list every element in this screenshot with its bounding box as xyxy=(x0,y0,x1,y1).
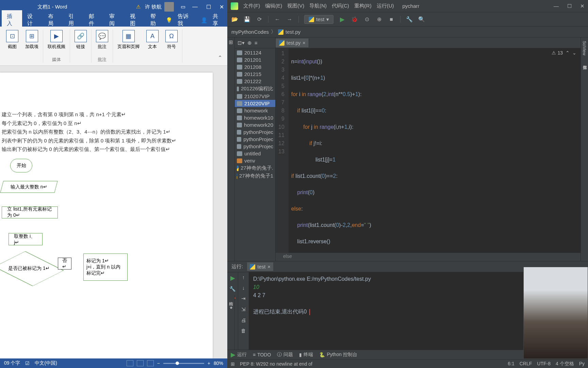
refresh-icon[interactable]: ⟳ xyxy=(256,16,263,23)
tree-item[interactable]: 201124 xyxy=(235,49,275,56)
text-button[interactable]: A文本 xyxy=(145,29,160,63)
tree-item[interactable]: 201215 xyxy=(235,71,275,78)
close-button[interactable]: ✕ xyxy=(580,3,585,9)
structure-tool[interactable]: 结构 xyxy=(228,297,234,300)
zoom-level[interactable]: 80% xyxy=(214,361,223,366)
back-icon[interactable]: ← xyxy=(274,16,281,23)
zoom-slider[interactable] xyxy=(163,363,204,364)
screenshot-button[interactable]: ⊡截图 xyxy=(4,29,20,63)
project-dropdown-icon[interactable]: ⊡▾ xyxy=(238,40,245,46)
menu-refactor[interactable]: 重构(R) xyxy=(354,3,372,9)
project-tool-icon[interactable]: ⊞ xyxy=(229,39,233,45)
run-config-selector[interactable]: test ▾ xyxy=(304,15,333,24)
collapse-icon[interactable]: ≡ xyxy=(255,40,258,46)
tree-item[interactable]: homework20 xyxy=(235,121,275,128)
interpreter-info[interactable]: Py xyxy=(579,361,585,367)
addins-button[interactable]: ⊞加载项 xyxy=(23,29,40,63)
tree-item[interactable]: 27神奇的兔子1 xyxy=(235,172,275,180)
coverage-icon[interactable]: ⊙ xyxy=(363,16,370,23)
tree-item[interactable]: 210220VIP xyxy=(235,100,275,107)
terminal-tool-button[interactable]: ▮ 终端 xyxy=(299,352,313,358)
favorites-tool[interactable]: ★ xyxy=(229,304,233,312)
python-console-button[interactable]: 🐍 Python 控制台 xyxy=(319,352,357,358)
minimize-button[interactable]: — xyxy=(192,4,198,10)
settings-icon[interactable]: 🔧 xyxy=(406,16,413,23)
open-icon[interactable]: 📂 xyxy=(231,16,238,23)
tree-item[interactable]: venv xyxy=(235,157,275,164)
trash-icon[interactable]: 🗑 xyxy=(241,328,246,334)
word-page[interactable]: 建立一个列表，含有第 0 项到第 n 项，共 n+1 个元素↵ 每个元素记为 0… xyxy=(0,73,213,358)
zoom-in-button[interactable]: + xyxy=(208,361,210,366)
tree-item[interactable]: homework xyxy=(235,107,275,114)
minimize-button[interactable]: — xyxy=(554,3,559,9)
breadcrumb-file[interactable]: test.py xyxy=(285,29,300,35)
print-layout-icon[interactable] xyxy=(137,360,144,366)
editor-tab[interactable]: test.py × xyxy=(276,39,309,47)
tree-item[interactable]: 210207VIP xyxy=(235,93,275,100)
read-mode-icon[interactable] xyxy=(127,360,133,366)
down-icon[interactable]: ↓ xyxy=(242,285,245,291)
code-editor[interactable]: 12345678910111213 n=int(input()) list1=[… xyxy=(276,48,581,253)
tree-item[interactable]: 201208 xyxy=(235,63,275,71)
header-footer-button[interactable]: ▦页眉和页脚 xyxy=(116,29,141,63)
stop-icon[interactable]: ■ xyxy=(388,16,395,23)
comment-button[interactable]: 💬批注 xyxy=(94,29,110,55)
maximize-button[interactable]: ☐ xyxy=(206,4,211,10)
tree-item[interactable]: pythonProjec xyxy=(235,128,275,136)
tree-item[interactable]: untitled xyxy=(235,150,275,157)
chevron-down-icon[interactable]: ⌄ xyxy=(572,50,576,56)
close-button[interactable]: ✕ xyxy=(219,4,224,10)
language-status[interactable]: 中文(中国) xyxy=(35,360,57,366)
search-icon[interactable]: 🔍 xyxy=(418,16,425,23)
chevron-up-icon[interactable]: ⌃ xyxy=(566,50,570,56)
tree-item[interactable]: 27神奇的兔子. xyxy=(235,164,275,172)
tool-windows-icon[interactable]: ⊞ xyxy=(231,361,235,367)
proofing-icon[interactable]: ☑ xyxy=(25,361,30,366)
symbol-button[interactable]: Ω符号 xyxy=(164,29,179,63)
run-tool-button[interactable]: ▶运行 xyxy=(231,351,247,358)
word-count[interactable]: 09 个字 xyxy=(4,360,20,366)
ribbon-collapse-icon[interactable]: ⌃ xyxy=(214,53,226,63)
file-encoding[interactable]: UTF-8 xyxy=(537,361,551,367)
print-icon[interactable]: 🖨 xyxy=(241,317,246,323)
menu-edit[interactable]: 编辑(E) xyxy=(265,3,282,9)
run-tab[interactable]: test × xyxy=(247,262,273,271)
sciview-tool[interactable]: SciView xyxy=(581,37,588,59)
settings-icon[interactable]: 🔧 xyxy=(229,286,236,292)
inspection-widget[interactable]: ⚠13 ⌃ ⌄ xyxy=(552,50,576,56)
breadcrumb-project[interactable]: myPythonCodes xyxy=(231,29,269,35)
tree-item[interactable]: pythonProjec xyxy=(235,136,275,143)
web-layout-icon[interactable] xyxy=(147,360,154,366)
tree-item[interactable]: pythonProjec xyxy=(235,143,275,150)
wrap-icon[interactable]: ⇥ xyxy=(241,295,246,302)
line-separator[interactable]: CRLF xyxy=(520,361,532,367)
rerun-icon[interactable]: ▶ xyxy=(230,274,235,282)
zoom-out-button[interactable]: − xyxy=(157,361,160,366)
tree-item[interactable]: 201201 xyxy=(235,56,275,63)
run-button[interactable]: ▶ xyxy=(339,16,346,23)
menu-code[interactable]: 代码(C) xyxy=(332,3,349,9)
profile-icon[interactable]: ⊕ xyxy=(376,16,382,23)
up-icon[interactable]: ↑ xyxy=(242,274,245,280)
online-video-button[interactable]: ▶联机视频 xyxy=(46,29,67,55)
close-tab-icon[interactable]: × xyxy=(303,40,305,46)
code-content[interactable]: n=int(input()) list1=[0]*(n+1) for i in … xyxy=(289,48,581,253)
menu-run[interactable]: 运行(U) xyxy=(377,3,394,9)
link-button[interactable]: 🔗链接 xyxy=(73,29,88,63)
share-label[interactable]: 共享 xyxy=(213,13,222,27)
menu-file[interactable]: 文件(F) xyxy=(243,3,260,9)
database-tool[interactable]: 数据库 xyxy=(581,59,588,65)
tree-item[interactable]: 201226编程比 xyxy=(235,85,275,93)
cursor-position[interactable]: 6:1 xyxy=(508,361,514,367)
tree-item[interactable]: homework10 xyxy=(235,114,275,121)
forward-icon[interactable]: → xyxy=(286,16,293,23)
problems-tool-button[interactable]: ⓘ 问题 xyxy=(277,352,293,358)
indent-info[interactable]: 4 个空格 xyxy=(556,361,574,367)
ribbon-display-icon[interactable]: ▭ xyxy=(181,4,185,10)
maximize-button[interactable]: ☐ xyxy=(567,3,572,9)
menu-navigate[interactable]: 导航(N) xyxy=(309,3,327,9)
tree-item[interactable]: 201222 xyxy=(235,78,275,85)
tellme-label[interactable]: 告诉我 xyxy=(178,13,192,27)
todo-tool-button[interactable]: ≡ TODO xyxy=(253,352,271,357)
scroll-icon[interactable]: ⇲ xyxy=(241,306,246,312)
